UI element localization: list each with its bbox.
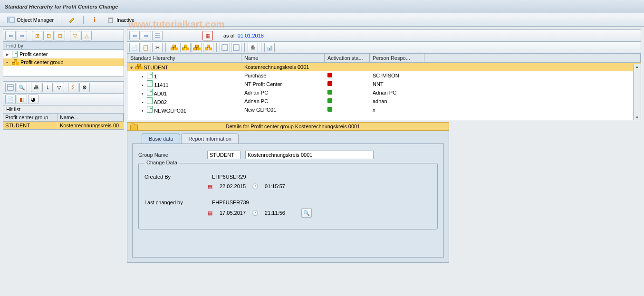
table-icon (233, 44, 240, 51)
hitlist-table: Profit center group Name... STUDENT Kost… (3, 114, 124, 130)
grid-scrollbar[interactable]: ▴ ▾ (633, 64, 641, 120)
details-bar: Details for Profit center group Kostenre… (127, 122, 449, 131)
tree-bullet-icon: • (6, 59, 10, 65)
grid-row[interactable]: • AD02 Adnan PC adnan (127, 97, 641, 105)
arrow-right-icon: ⇨ (20, 33, 24, 39)
panel-icon (7, 16, 15, 24)
settings-button[interactable]: ⚙ (79, 83, 90, 92)
tree-config-button[interactable]: ⊡ (55, 31, 65, 40)
findby-item-profit-center[interactable]: ▸ Profit center (3, 50, 124, 58)
group-name-field[interactable]: Kostenrechnungskreis 0001 (245, 151, 374, 159)
tab-report-information[interactable]: Report information (181, 134, 239, 143)
cell-name: New GLPC01 (241, 106, 325, 113)
layers-button[interactable]: ◧ (17, 95, 27, 104)
detail-toolbar-1: ⇦ ⇨ ▦ as of 01.01.2018 (127, 29, 641, 42)
scroll-down-icon[interactable]: ▾ (636, 115, 638, 120)
filter2-button[interactable]: ▽ (54, 83, 64, 92)
grid-row[interactable]: • 11411 NT Profit Center NNT (127, 80, 641, 88)
scroll-up-icon[interactable]: ▴ (636, 64, 638, 69)
hitlist-cell-group: STUDENT (3, 122, 58, 129)
hier-icon (182, 45, 189, 50)
col-person[interactable]: Person Respo... (370, 54, 424, 63)
hitlist-toolbar: 🔍 🖶 ⤓ ▽ Σ ⚙ (3, 81, 124, 94)
svg-rect-2 (109, 19, 113, 23)
export-button[interactable]: ⤓ (42, 83, 53, 92)
separator (61, 16, 61, 24)
object-manager-label: Object Manager (17, 17, 54, 23)
grid-row[interactable]: • 1 Purchase SC IVISON (127, 71, 641, 80)
calendar-icon: ▦ (206, 209, 214, 217)
hitlist-column-headers: Profit center group Name... (3, 114, 124, 122)
node-icon (147, 106, 153, 113)
history-search-button[interactable]: 🔍 (301, 208, 312, 218)
sum-button[interactable]: Σ (68, 83, 78, 92)
grid-row[interactable]: • AD01 Adnan PC Adnan PC (127, 88, 641, 97)
forward-button[interactable]: ⇨ (141, 31, 151, 40)
h2-button[interactable] (180, 43, 191, 52)
created-by-value: EHP6USER29 (212, 174, 246, 180)
clear-button[interactable]: △ (81, 31, 92, 40)
list-button[interactable] (152, 31, 163, 40)
grid-row[interactable]: • NEWGLPC01 New GLPC01 x (127, 105, 641, 114)
details-button[interactable] (5, 83, 16, 92)
delete-button[interactable]: ✂ (152, 43, 163, 52)
cell-code: AD02 (154, 99, 167, 105)
print2-button[interactable]: 🖶 (248, 43, 258, 52)
edit-button[interactable] (65, 15, 79, 25)
details-bar-label: Details for Profit center group Kostenre… (140, 124, 446, 129)
t1-button[interactable] (220, 43, 230, 52)
hierarchy-icon (12, 59, 19, 65)
doc-button[interactable]: 📄 (5, 95, 16, 104)
change-data-title: Change Data (144, 160, 179, 165)
calendar-button[interactable]: ▦ (202, 31, 213, 40)
nav-back-button[interactable]: ⇦ (5, 31, 16, 40)
hitlist-row[interactable]: STUDENT Kostenrechnungskreis 00 (3, 122, 124, 129)
inactive-button[interactable]: Inactive (104, 15, 138, 25)
findby-item-profit-center-group[interactable]: • Profit center group (3, 58, 124, 66)
hierarchy-icon (135, 64, 142, 69)
t2-button[interactable] (231, 43, 241, 52)
h1-button[interactable] (169, 43, 179, 52)
object-manager-button[interactable]: Object Manager (4, 15, 57, 25)
hitlist-cell-name: Kostenrechnungskreis 00 (58, 122, 124, 129)
pie-icon: ◕ (31, 96, 36, 103)
group-code-field[interactable]: STUDENT (207, 151, 240, 159)
cell-code: 11411 (154, 82, 169, 88)
list-icon (154, 32, 161, 39)
findby-item-label: Profit center group (20, 59, 64, 65)
tabs-container: Basic data Report information Group Name… (127, 131, 449, 263)
hier-icon (205, 45, 211, 50)
filter-button[interactable]: ▽ (70, 31, 80, 40)
grid-row-group[interactable]: ▾ STUDENT Kostenrechnungskreis 0001 (127, 63, 641, 71)
nav-forward-button[interactable]: ⇨ (17, 31, 27, 40)
h3-button[interactable] (192, 43, 202, 52)
hitlist-col-group[interactable]: Profit center group (3, 114, 58, 122)
col-hierarchy[interactable]: Standard Hierarchy (127, 54, 241, 63)
last-changed-date-value: 17.05.2017 (220, 210, 246, 216)
info-button[interactable]: i (87, 15, 102, 25)
tree-expand-button[interactable]: ⊞ (32, 31, 42, 40)
calendar-icon: ▦ (205, 33, 210, 39)
col-status[interactable]: Activation sta... (325, 54, 370, 63)
hitlist-col-name[interactable]: Name... (58, 114, 124, 122)
chart-button[interactable]: ◕ (28, 95, 38, 104)
back-button[interactable]: ⇦ (129, 31, 140, 40)
new-doc-button[interactable]: 📄 (129, 43, 140, 52)
trash-icon (107, 16, 115, 24)
profit-center-icon (12, 51, 18, 57)
separator (165, 43, 166, 52)
created-by-label: Created By (144, 174, 206, 180)
tab-basic-data[interactable]: Basic data (142, 134, 180, 143)
cell-person: adnan (370, 98, 424, 105)
print-button[interactable]: 🖶 (31, 83, 41, 92)
find-button[interactable]: 🔍 (17, 83, 27, 92)
asof-label: as of (223, 33, 235, 38)
findby-header: Find by (3, 42, 124, 50)
col-name[interactable]: Name (241, 54, 325, 63)
tree-collapse-button[interactable]: ⊟ (43, 31, 54, 40)
status-red-icon (327, 73, 332, 77)
copy-button[interactable]: 📋 (141, 43, 151, 52)
layers-icon: ◧ (19, 96, 24, 103)
chart2-button[interactable]: 📊 (264, 43, 275, 52)
h4-button[interactable] (203, 43, 213, 52)
